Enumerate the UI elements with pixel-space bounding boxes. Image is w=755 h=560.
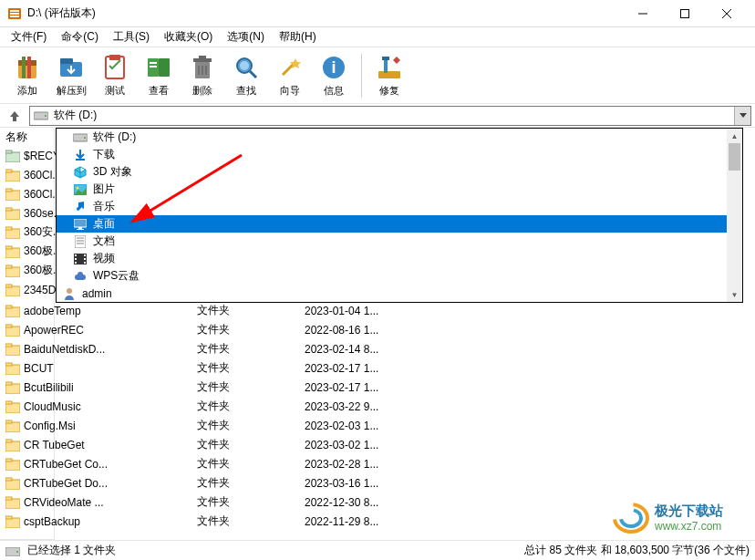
view-button[interactable]: 查看 — [137, 51, 181, 99]
svg-rect-84 — [5, 401, 12, 404]
table-row[interactable]: adobeTemp文件夹2023-01-04 1... — [0, 301, 755, 320]
info-button[interactable]: i 信息 — [312, 51, 356, 99]
statusbar: 已经选择 1 文件夹 总计 85 文件夹 和 18,603,500 字节(36 … — [0, 540, 755, 560]
folder-icon — [5, 362, 20, 375]
path-combobox[interactable]: 软件 (D:) — [29, 106, 751, 126]
svg-rect-66 — [75, 258, 77, 260]
maximize-button[interactable] — [664, 0, 706, 27]
svg-rect-40 — [5, 170, 12, 172]
menu-favorites[interactable]: 收藏夹(O) — [157, 27, 220, 47]
svg-rect-96 — [5, 516, 12, 519]
table-row[interactable]: ApowerREC文件夹2022-08-16 1... — [0, 320, 755, 339]
close-button[interactable] — [706, 0, 748, 27]
svg-rect-83 — [5, 403, 20, 413]
scroll-up-icon[interactable]: ▲ — [727, 129, 742, 143]
menu-help[interactable]: 帮助(H) — [272, 27, 324, 47]
svg-rect-69 — [84, 258, 86, 260]
svg-rect-60 — [75, 235, 86, 248]
svg-point-71 — [67, 288, 72, 294]
folder-icon — [5, 284, 20, 296]
svg-rect-70 — [84, 262, 86, 264]
table-row[interactable]: BcutBilibili文件夹2023-02-17 1... — [0, 378, 755, 397]
table-row[interactable]: CRTubeGet Co...文件夹2023-02-28 1... — [0, 454, 755, 473]
dropdown-item-downloads[interactable]: 下载 — [57, 146, 742, 163]
table-row[interactable]: CRTubeGet Do...文件夹2023-03-16 1... — [0, 473, 755, 493]
view-label: 查看 — [149, 84, 169, 98]
path-dropdown: 软件 (D:) 下载 3D 对象 图片 音乐 桌面 文档 视频 WPS云盘 ad… — [56, 128, 743, 303]
add-icon — [13, 53, 42, 82]
svg-rect-5 — [681, 9, 689, 17]
svg-rect-17 — [159, 58, 170, 77]
wizard-button[interactable]: 向导 — [268, 51, 312, 99]
svg-rect-32 — [378, 71, 400, 78]
combo-arrow-icon[interactable] — [734, 107, 750, 125]
dropdown-item-documents[interactable]: 文档 — [57, 233, 742, 250]
user-icon — [62, 286, 77, 301]
menu-command[interactable]: 命令(C) — [54, 27, 106, 47]
dropdown-item-music[interactable]: 音乐 — [57, 198, 742, 215]
svg-point-56 — [77, 186, 79, 189]
svg-rect-52 — [5, 285, 12, 287]
test-button[interactable]: 测试 — [93, 51, 137, 99]
dropdown-item-pictures[interactable]: 图片 — [57, 181, 742, 198]
svg-rect-19 — [150, 66, 157, 67]
folder-icon — [5, 477, 20, 490]
svg-rect-75 — [5, 327, 20, 337]
music-icon — [73, 200, 88, 214]
svg-rect-42 — [5, 189, 12, 192]
repair-icon — [375, 53, 404, 82]
videos-icon — [73, 252, 88, 266]
table-row[interactable]: BaiduNetdiskD...文件夹2023-02-14 8... — [0, 339, 755, 358]
table-row[interactable]: CloudMusic文件夹2023-03-22 9... — [0, 397, 755, 416]
watermark-url: www.xz7.com — [654, 520, 721, 533]
folder-icon — [5, 324, 20, 337]
find-button[interactable]: 查找 — [224, 51, 268, 99]
svg-rect-94 — [5, 497, 12, 500]
delete-button[interactable]: 删除 — [181, 51, 224, 99]
dropdown-item-drive[interactable]: 软件 (D:) — [57, 129, 742, 146]
menu-options[interactable]: 选项(N) — [220, 27, 272, 47]
menu-tools[interactable]: 工具(S) — [106, 27, 157, 47]
svg-rect-87 — [5, 441, 20, 451]
scroll-down-icon[interactable]: ▼ — [727, 287, 742, 302]
dropdown-item-desktop[interactable]: 桌面 — [57, 215, 742, 233]
repair-button[interactable]: 修复 — [367, 51, 411, 99]
desktop-icon — [73, 217, 88, 232]
extract-button[interactable]: 解压到 — [49, 51, 93, 99]
table-row[interactable]: Config.Msi文件夹2023-02-03 1... — [0, 416, 755, 435]
folder-icon — [5, 245, 20, 258]
up-button[interactable] — [4, 106, 26, 126]
svg-rect-43 — [5, 210, 20, 220]
svg-rect-34 — [382, 57, 389, 60]
svg-rect-74 — [5, 306, 12, 308]
scroll-thumb[interactable] — [729, 143, 740, 171]
folder-icon — [5, 207, 20, 220]
toolbar: 添加 解压到 测试 查看 删除 查找 向导 i 信息 修复 — [0, 47, 755, 104]
dropdown-item-wps[interactable]: WPS云盘 — [57, 267, 742, 285]
minimize-button[interactable] — [622, 0, 664, 27]
svg-rect-49 — [5, 267, 20, 277]
menu-file[interactable]: 文件(F) — [4, 27, 54, 47]
folder-icon — [5, 226, 20, 239]
app-icon — [7, 6, 22, 21]
window-title: D:\ (评估版本) — [27, 5, 622, 21]
path-text: 软件 (D:) — [54, 108, 97, 123]
table-row[interactable]: BCUT文件夹2023-02-17 1... — [0, 358, 755, 378]
add-label: 添加 — [17, 84, 37, 98]
status-total: 总计 85 文件夹 和 18,603,500 字节(36 个文件) — [524, 543, 750, 558]
svg-rect-3 — [10, 16, 19, 17]
cube-icon — [73, 165, 88, 180]
dropdown-item-user[interactable]: admin — [57, 285, 742, 302]
svg-rect-10 — [22, 57, 26, 78]
svg-point-27 — [240, 61, 249, 70]
svg-rect-18 — [150, 62, 157, 64]
table-row[interactable]: CR TubeGet文件夹2023-03-02 1... — [0, 435, 755, 454]
add-button[interactable]: 添加 — [5, 51, 49, 99]
svg-rect-38 — [5, 150, 12, 153]
documents-icon — [73, 234, 88, 249]
dropdown-item-videos[interactable]: 视频 — [57, 250, 742, 267]
svg-rect-91 — [5, 480, 20, 490]
svg-rect-68 — [84, 254, 86, 256]
dropdown-item-3d[interactable]: 3D 对象 — [57, 163, 742, 181]
dropdown-scrollbar[interactable]: ▲ ▼ — [727, 129, 742, 302]
